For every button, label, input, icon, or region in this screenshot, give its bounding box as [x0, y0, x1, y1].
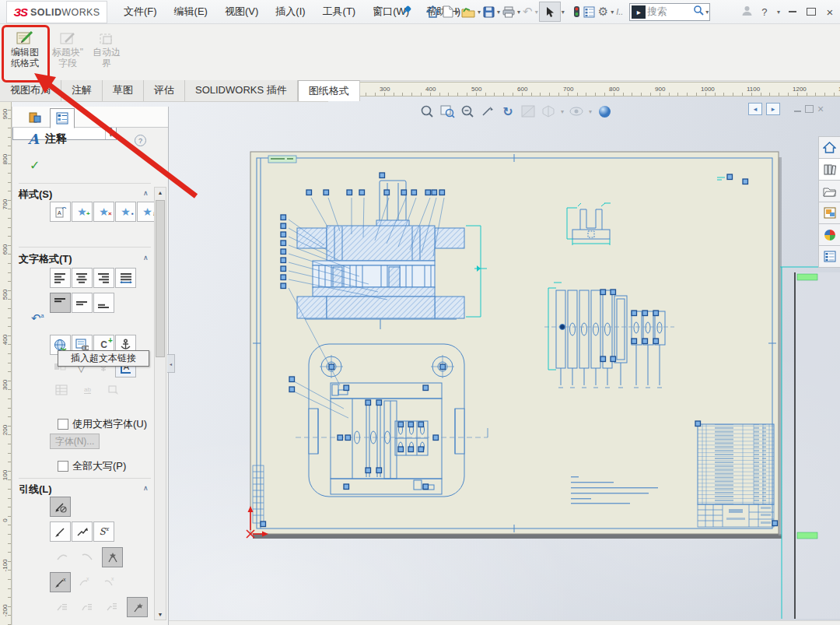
- align-right-button[interactable]: [93, 268, 114, 288]
- leader-section-header[interactable]: 引线(L): [19, 483, 52, 497]
- tab-sheet-format[interactable]: 图纸格式: [298, 80, 360, 101]
- help-dropdown[interactable]: ▾: [776, 9, 781, 16]
- create-style-button[interactable]: A: [50, 202, 71, 222]
- tab-annotation[interactable]: 注解: [61, 80, 103, 101]
- ruler-tick-label: -200: [2, 603, 9, 619]
- tab-sketch[interactable]: 草图: [103, 80, 144, 101]
- align-bottom-button[interactable]: [93, 293, 114, 313]
- align-middle-button[interactable]: [72, 293, 93, 313]
- options-gear-button[interactable]: ⚙: [597, 2, 610, 21]
- select-tool-button[interactable]: [539, 2, 561, 22]
- add-style-button[interactable]: ★+: [72, 202, 93, 222]
- no-leader-button[interactable]: Sx: [93, 521, 114, 542]
- home-tab-icon[interactable]: [818, 136, 840, 159]
- svg-text:x: x: [86, 577, 89, 581]
- leader-x-button[interactable]: x: [50, 572, 71, 592]
- auto-leader-button[interactable]: [50, 497, 71, 517]
- zoom-to-area-icon[interactable]: [439, 104, 456, 119]
- use-document-font-checkbox[interactable]: [58, 419, 68, 430]
- featuremanager-tab-icon[interactable]: [23, 108, 47, 127]
- tab-view-layout[interactable]: 视图布局: [0, 80, 61, 101]
- hyperlink-tooltip: 插入超文本链接: [58, 350, 149, 367]
- maximize-button[interactable]: [804, 5, 818, 19]
- ruler-tick-label: 100: [2, 468, 9, 483]
- panel-tab-strip: [12, 107, 168, 128]
- ruler-tick-label: 600: [2, 242, 9, 258]
- search-magnifier-icon[interactable]: [693, 5, 705, 19]
- scroll-up-icon[interactable]: ▲: [155, 188, 166, 198]
- previous-window-button[interactable]: ◂: [748, 103, 762, 115]
- minimize-button[interactable]: [786, 5, 800, 19]
- align-top-button[interactable]: [50, 293, 71, 313]
- pin-menu-icon[interactable]: [400, 5, 412, 17]
- properties-list-button[interactable]: [582, 2, 597, 21]
- menu-edit[interactable]: 编辑(E): [166, 0, 216, 23]
- tab-addins[interactable]: SOLIDWORKS 插件: [185, 80, 298, 101]
- panel-help-icon[interactable]: ?: [135, 135, 146, 146]
- automatic-border-icon: [89, 26, 124, 47]
- curve-x-left-icon: x: [75, 572, 94, 591]
- view-settings-sphere-icon[interactable]: [596, 104, 613, 119]
- select-tool-dropdown[interactable]: ▾: [561, 9, 565, 16]
- justify-button[interactable]: [115, 268, 136, 288]
- zoom-to-fit-icon[interactable]: [418, 104, 436, 119]
- menu-file[interactable]: 文件(F): [115, 0, 166, 23]
- edit-sheet-format-button[interactable]: 编辑图 纸格式: [5, 26, 45, 76]
- window-controls: ? ▾ ×: [741, 0, 837, 23]
- file-explorer-icon[interactable]: [818, 180, 840, 202]
- search-input[interactable]: 搜索: [647, 5, 693, 19]
- view-palette-icon[interactable]: [818, 202, 840, 224]
- star-leader-button[interactable]: [102, 547, 123, 567]
- rotate-view-icon[interactable]: ↻: [499, 104, 516, 119]
- leader-button[interactable]: [50, 521, 71, 542]
- panel-collapse-handle[interactable]: ◂: [167, 354, 175, 373]
- multi-jog-leader-button[interactable]: [72, 521, 93, 542]
- text-format-collapse-icon[interactable]: ∧: [143, 254, 149, 262]
- menu-view[interactable]: 视图(V): [216, 0, 267, 23]
- propertymanager-tab-icon[interactable]: [50, 108, 75, 128]
- zoom-in-out-icon[interactable]: [459, 104, 476, 119]
- star-leader-alt-button[interactable]: [127, 597, 148, 617]
- instant3d-icon[interactable]: I..: [614, 2, 625, 21]
- all-caps-checkbox[interactable]: [58, 461, 68, 472]
- print-button[interactable]: [501, 2, 516, 21]
- scroll-thumb[interactable]: [156, 200, 165, 357]
- close-button[interactable]: ×: [823, 5, 837, 19]
- section-view-icon: [520, 104, 537, 119]
- home-button[interactable]: [425, 2, 441, 21]
- leader-collapse-icon[interactable]: ∧: [143, 484, 149, 492]
- user-account-icon[interactable]: [741, 5, 753, 19]
- ok-checkmark[interactable]: ✓: [30, 158, 40, 173]
- align-center-button[interactable]: [72, 268, 93, 288]
- ruler-tick-label: 400: [2, 332, 9, 348]
- document-window-controls: ◂ ▸ ×: [748, 103, 824, 115]
- search-box[interactable]: ▸ 搜索 ▾: [629, 3, 710, 21]
- open-button[interactable]: [460, 2, 477, 21]
- panel-scrollbar[interactable]: ▲ ▼: [154, 187, 166, 620]
- title-block-fields-button: 标题块" 字段: [48, 26, 87, 76]
- rebuild-traffic-light-icon[interactable]: [572, 2, 582, 21]
- search-dropdown[interactable]: ▾: [705, 9, 709, 16]
- zoom-to-selection-icon[interactable]: [479, 104, 496, 119]
- style-collapse-icon[interactable]: ∧: [143, 189, 149, 197]
- align-left-button[interactable]: [50, 268, 71, 288]
- style-section-header[interactable]: 样式(S): [19, 188, 52, 202]
- custom-properties-icon[interactable]: [818, 245, 840, 268]
- menu-tools[interactable]: 工具(T): [314, 0, 365, 23]
- design-library-icon[interactable]: [818, 158, 840, 181]
- bom-table[interactable]: [698, 424, 774, 504]
- ruler-tick-label: 300: [2, 377, 9, 393]
- ruler-tick-label: 900: [2, 107, 9, 122]
- text-format-section-header[interactable]: 文字格式(T): [19, 252, 72, 266]
- appearances-icon[interactable]: [818, 223, 840, 246]
- scroll-down-icon[interactable]: ▼: [155, 609, 166, 620]
- menu-insert[interactable]: 插入(I): [267, 0, 313, 23]
- automatic-border-button: 自动边 界: [89, 26, 124, 76]
- save-button[interactable]: [481, 2, 496, 21]
- save-style-button[interactable]: ★▪: [115, 202, 136, 222]
- delete-style-button[interactable]: ★×: [93, 202, 114, 222]
- next-window-button[interactable]: ▸: [766, 103, 780, 115]
- help-button[interactable]: ?: [758, 5, 772, 19]
- tab-evaluate[interactable]: 评估: [144, 80, 185, 101]
- new-document-button[interactable]: [441, 2, 455, 21]
